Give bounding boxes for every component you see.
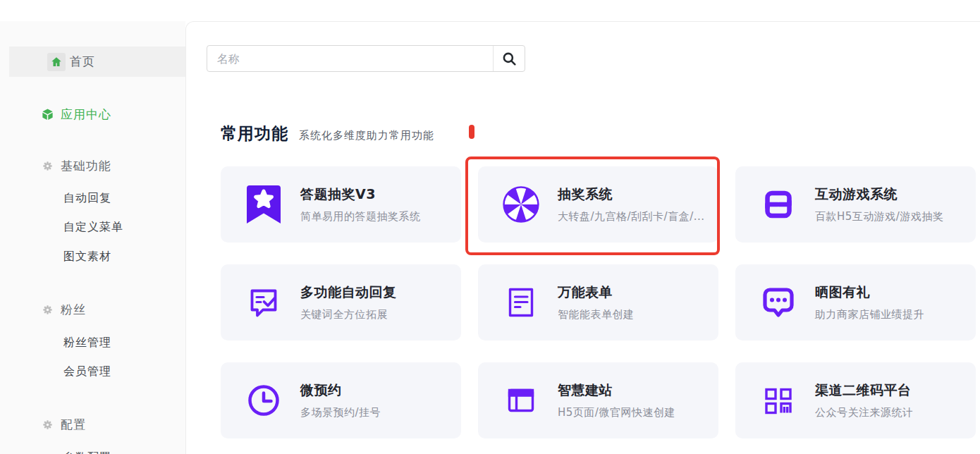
gear-icon xyxy=(38,415,56,434)
app-card-desc: 关键词全方位拓展 xyxy=(300,308,397,321)
app-card-grid: 答题抽奖V3 简单易用的答题抽奖系统 xyxy=(221,166,976,438)
home-icon xyxy=(47,53,66,71)
app-card-micro-booking[interactable]: 微预约 多场景预约/挂号 xyxy=(221,362,461,438)
search-input[interactable] xyxy=(207,46,493,71)
search-button[interactable] xyxy=(493,46,525,71)
app-card-title: 渠道二维码平台 xyxy=(815,381,914,400)
app-card-desc: 助力商家店铺业绩提升 xyxy=(815,308,924,321)
bookmark-star-icon xyxy=(245,185,283,224)
qr-code-icon xyxy=(759,381,797,420)
app-card-desc: 百款H5互动游戏/游戏抽奖 xyxy=(815,210,943,223)
clock-icon xyxy=(245,381,283,420)
sidebar: 首页 应用中心 xyxy=(0,21,185,454)
prize-wheel-icon xyxy=(502,185,540,224)
app-card-interactive-games[interactable]: 互动游戏系统 百款H5互动游戏/游戏抽奖 xyxy=(735,166,976,243)
app-card-title: 多功能自动回复 xyxy=(300,283,397,302)
cube-icon xyxy=(38,105,56,123)
sidebar-item-label: 基础功能 xyxy=(61,158,111,174)
sidebar-item-app-center[interactable]: 应用中心 xyxy=(0,104,185,125)
app-card-channel-qrcode[interactable]: 渠道二维码平台 公众号关注来源统计 xyxy=(735,362,976,438)
sidebar-item-auto-reply[interactable]: 自动回复 xyxy=(63,191,111,206)
form-document-icon xyxy=(502,283,540,322)
sidebar-item-label: 粉丝 xyxy=(61,302,86,318)
app-card-title: 答题抽奖V3 xyxy=(300,185,421,204)
sidebar-item-label: 配置 xyxy=(61,417,86,433)
sidebar-item-fans[interactable]: 粉丝 xyxy=(0,299,185,320)
sidebar-item-member-manage[interactable]: 会员管理 xyxy=(63,364,111,379)
chat-check-icon xyxy=(245,283,283,322)
section-header: 常用功能 系统化多维度助力常用功能 xyxy=(221,123,434,145)
sidebar-item-fans-manage[interactable]: 粉丝管理 xyxy=(63,336,111,350)
app-card-title: 晒图有礼 xyxy=(815,283,924,302)
section-subtitle: 系统化多维度助力常用功能 xyxy=(299,129,434,142)
app-card-desc: 简单易用的答题抽奖系统 xyxy=(300,210,421,223)
sidebar-item-home[interactable]: 首页 xyxy=(9,47,185,77)
app-card-quiz-lottery[interactable]: 答题抽奖V3 简单易用的答题抽奖系统 xyxy=(221,166,461,243)
interlocked-links-icon xyxy=(759,185,797,224)
sidebar-item-media-material[interactable]: 图文素材 xyxy=(63,250,111,264)
app-card-title: 抽奖系统 xyxy=(558,185,705,204)
app-card-desc: 大转盘/九宫格/刮刮卡/盲盒/... xyxy=(558,210,705,223)
sidebar-item-param-config[interactable]: 参数配置 xyxy=(63,450,111,454)
sidebar-item-config[interactable]: 配置 xyxy=(0,414,185,435)
app-card-universal-form[interactable]: 万能表单 智能能表单创建 xyxy=(478,264,718,340)
app-card-desc: 智能能表单创建 xyxy=(558,308,635,321)
sidebar-item-label: 应用中心 xyxy=(61,106,111,123)
main-panel: 常用功能 系统化多维度助力常用功能 答题抽奖V3 简单易用的答题抽奖系统 xyxy=(185,21,980,454)
sidebar-item-custom-menu[interactable]: 自定义菜单 xyxy=(63,220,123,235)
app-card-lottery-system[interactable]: 抽奖系统 大转盘/九宫格/刮刮卡/盲盒/... xyxy=(478,166,718,243)
app-card-smart-website[interactable]: 智慧建站 H5页面/微官网快速创建 xyxy=(478,362,718,438)
app-card-desc: 公众号关注来源统计 xyxy=(815,406,914,419)
app-card-title: 万能表单 xyxy=(558,283,635,302)
app-card-title: 互动游戏系统 xyxy=(815,185,943,204)
webpage-layout-icon xyxy=(502,381,540,420)
app-card-desc: H5页面/微官网快速创建 xyxy=(558,406,675,419)
chat-dots-icon xyxy=(759,283,797,322)
gear-icon xyxy=(38,157,56,175)
gear-icon xyxy=(38,300,56,319)
app-card-title: 微预约 xyxy=(300,381,381,400)
sidebar-item-label: 首页 xyxy=(70,54,95,70)
sidebar-item-basic-functions[interactable]: 基础功能 xyxy=(0,155,185,176)
annotation-red-marker xyxy=(469,125,474,139)
search-icon xyxy=(502,51,517,66)
app-card-photo-gift[interactable]: 晒图有礼 助力商家店铺业绩提升 xyxy=(735,264,976,340)
app-center-page: 首页 应用中心 xyxy=(0,0,980,454)
section-title: 常用功能 xyxy=(221,123,288,145)
app-card-desc: 多场景预约/挂号 xyxy=(300,406,381,419)
app-card-multi-auto-reply[interactable]: 多功能自动回复 关键词全方位拓展 xyxy=(221,264,461,340)
app-card-title: 智慧建站 xyxy=(558,381,675,400)
search-bar xyxy=(207,45,525,72)
